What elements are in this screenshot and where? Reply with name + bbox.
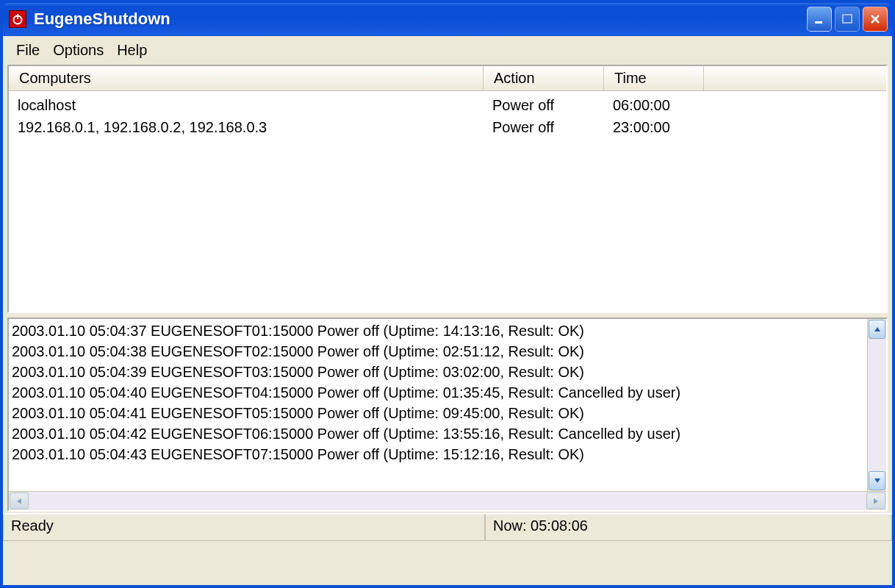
svg-marker-6: [874, 327, 880, 331]
svg-marker-8: [17, 498, 21, 504]
log-line: 2003.01.10 05:04:39 EUGENESOFT03:15000 P…: [12, 362, 867, 382]
cell-action: Power off: [484, 116, 604, 138]
svg-marker-9: [874, 498, 878, 504]
list-body[interactable]: localhostPower off06:00:00192.168.0.1, 1…: [9, 91, 886, 312]
scroll-track-h[interactable]: [29, 492, 866, 510]
vertical-scrollbar[interactable]: [867, 319, 886, 491]
col-header-time[interactable]: Time: [604, 66, 704, 90]
maximize-button[interactable]: [835, 7, 860, 32]
log-line: 2003.01.10 05:04:41 EUGENESOFT05:15000 P…: [12, 403, 867, 423]
app-window: EugeneShutdown File Options Help Compute…: [0, 0, 895, 588]
menubar: File Options Help: [3, 36, 892, 65]
status-ready: Ready: [3, 514, 485, 541]
window-controls: [807, 7, 888, 32]
window-title: EugeneShutdown: [34, 10, 807, 29]
table-row[interactable]: 192.168.0.1, 192.168.0.2, 192.168.0.3Pow…: [9, 116, 886, 138]
scroll-up-button[interactable]: [869, 320, 885, 339]
cell-computers: 192.168.0.1, 192.168.0.2, 192.168.0.3: [9, 116, 484, 138]
col-header-computers[interactable]: Computers: [9, 66, 484, 90]
svg-rect-2: [815, 21, 822, 24]
status-now: Now: 05:08:06: [485, 514, 892, 541]
log-line: 2003.01.10 05:04:42 EUGENESOFT06:15000 P…: [12, 423, 867, 444]
statusbar: Ready Now: 05:08:06: [3, 513, 892, 541]
titlebar[interactable]: EugeneShutdown: [3, 3, 892, 35]
cell-time: 06:00:00: [604, 94, 704, 116]
cell-action: Power off: [484, 94, 604, 116]
log-lines[interactable]: 2003.01.10 05:04:37 EUGENESOFT01:15000 P…: [9, 319, 867, 491]
menu-options[interactable]: Options: [47, 40, 109, 60]
table-row[interactable]: localhostPower off06:00:00: [9, 94, 886, 116]
scroll-right-button[interactable]: [866, 492, 885, 509]
svg-marker-7: [874, 478, 880, 483]
scroll-down-button[interactable]: [869, 471, 885, 490]
horizontal-scrollbar[interactable]: [9, 491, 886, 510]
col-header-action[interactable]: Action: [484, 66, 604, 90]
list-header: Computers Action Time: [9, 66, 886, 91]
log-line: 2003.01.10 05:04:38 EUGENESOFT02:15000 P…: [12, 341, 867, 362]
menu-file[interactable]: File: [10, 40, 46, 60]
schedule-list: Computers Action Time localhostPower off…: [7, 65, 888, 313]
col-header-spacer: [704, 66, 886, 90]
cell-computers: localhost: [9, 94, 484, 116]
power-icon: [9, 10, 26, 28]
scroll-track[interactable]: [868, 340, 886, 470]
minimize-button[interactable]: [807, 7, 832, 32]
log-line: 2003.01.10 05:04:43 EUGENESOFT07:15000 P…: [12, 444, 867, 465]
client-area: File Options Help Computers Action Time …: [3, 35, 892, 585]
scroll-left-button[interactable]: [10, 492, 29, 509]
menu-help[interactable]: Help: [111, 40, 153, 60]
log-panel: 2003.01.10 05:04:37 EUGENESOFT01:15000 P…: [7, 318, 888, 512]
cell-time: 23:00:00: [604, 116, 704, 138]
svg-rect-3: [843, 15, 852, 23]
log-body-wrapper: 2003.01.10 05:04:37 EUGENESOFT01:15000 P…: [9, 319, 886, 491]
log-line: 2003.01.10 05:04:40 EUGENESOFT04:15000 P…: [12, 382, 867, 403]
log-line: 2003.01.10 05:04:37 EUGENESOFT01:15000 P…: [12, 320, 867, 341]
close-button[interactable]: [863, 7, 888, 32]
